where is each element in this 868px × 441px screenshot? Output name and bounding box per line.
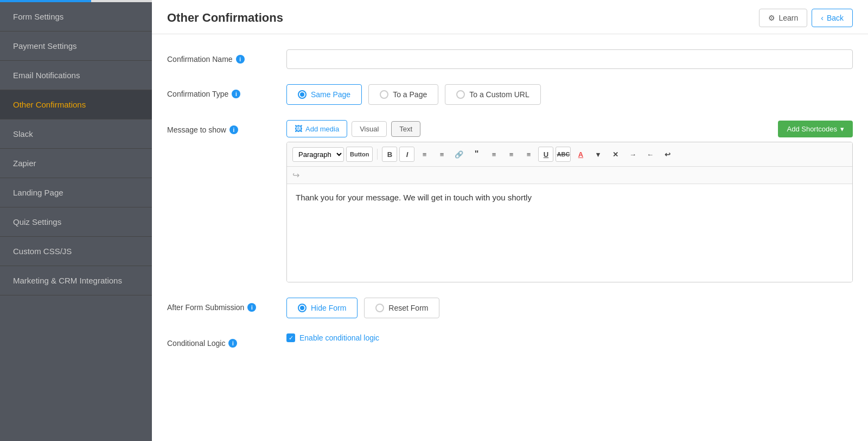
sidebar-item-payment-settings[interactable]: Payment Settings	[0, 32, 152, 61]
toolbar-undo[interactable]: ↩	[660, 147, 675, 162]
confirmation-name-info-icon[interactable]: i	[236, 55, 245, 64]
add-media-button[interactable]: 🖼 Add media	[286, 120, 347, 137]
chevron-left-icon: ‹	[821, 14, 824, 22]
toolbar-strikethrough[interactable]: ABC	[556, 147, 571, 162]
toolbar-button-insert[interactable]: Button	[346, 147, 373, 162]
learn-label: Learn	[778, 14, 798, 22]
toolbar-divider-1	[377, 149, 378, 160]
after-form-submission-label: After Form Submission i	[167, 298, 276, 312]
editor-content-area[interactable]: Thank you for your message. We will get …	[287, 184, 852, 282]
back-button[interactable]: ‹ Back	[812, 9, 853, 27]
radio-circle-to-a-custom-url	[456, 90, 465, 99]
conditional-logic-control: ✓ Enable conditional logic	[286, 333, 853, 342]
checkbox-icon: ✓	[286, 333, 295, 342]
editor-tabs: 🖼 Add media Visual Text Add Shortcodes ▾	[286, 120, 853, 137]
add-shortcodes-button[interactable]: Add Shortcodes ▾	[778, 121, 853, 137]
header-buttons: ⚙ Learn ‹ Back	[759, 9, 853, 27]
page-title: Other Confirmations	[167, 11, 283, 25]
add-media-icon: 🖼	[295, 124, 302, 133]
conditional-logic-row: Conditional Logic i ✓ Enable conditional…	[167, 333, 853, 348]
tab-text-button[interactable]: Text	[391, 121, 420, 137]
toolbar-ul[interactable]: ≡	[417, 147, 432, 162]
main-content: Other Confirmations ⚙ Learn ‹ Back Confi…	[152, 0, 868, 441]
after-submission-info-icon[interactable]: i	[247, 303, 256, 312]
after-submission-radio-group: Hide Form Reset Form	[286, 298, 853, 318]
radio-reset-form[interactable]: Reset Form	[364, 298, 439, 318]
conditional-logic-info-icon[interactable]: i	[228, 339, 237, 348]
sidebar-item-email-notifications[interactable]: Email Notifications	[0, 61, 152, 90]
sidebar-item-quiz-settings[interactable]: Quiz Settings	[0, 207, 152, 237]
radio-circle-same-page	[298, 90, 307, 99]
radio-hide-form[interactable]: Hide Form	[286, 298, 358, 318]
message-info-icon[interactable]: i	[229, 125, 238, 134]
toolbar-underline[interactable]: U	[538, 147, 553, 162]
toolbar-link[interactable]: 🔗	[451, 147, 467, 162]
confirmation-name-row: Confirmation Name i	[167, 49, 853, 69]
confirmation-type-radio-group: Same Page To a Page To a Custom URL	[286, 84, 853, 105]
toolbar-blockquote[interactable]: "	[469, 147, 484, 162]
tab-visual-button[interactable]: Visual	[352, 121, 387, 137]
message-to-show-label: Message to show i	[167, 120, 276, 134]
toolbar-align-left[interactable]: ≡	[486, 147, 501, 162]
radio-to-a-page[interactable]: To a Page	[368, 84, 438, 105]
editor-wrapper: Paragraph Button B I ≡ ≡ 🔗 " ≡ ≡ ≡ U	[286, 142, 853, 282]
after-form-submission-control: Hide Form Reset Form	[286, 298, 853, 318]
editor-toolbar: Paragraph Button B I ≡ ≡ 🔗 " ≡ ≡ ≡ U	[287, 142, 852, 167]
toolbar-text-color-dropdown[interactable]: ▾	[590, 147, 605, 162]
toolbar-indent[interactable]: →	[625, 147, 640, 162]
progress-bar-fill	[0, 0, 91, 2]
toolbar-text-color[interactable]: A	[573, 147, 588, 162]
toolbar-italic[interactable]: I	[399, 147, 414, 162]
message-to-show-control: 🖼 Add media Visual Text Add Shortcodes ▾…	[286, 120, 853, 282]
gear-icon: ⚙	[768, 14, 775, 22]
toolbar-align-right[interactable]: ≡	[521, 147, 536, 162]
learn-button[interactable]: ⚙ Learn	[759, 9, 807, 27]
message-to-show-row: Message to show i 🖼 Add media Visual Tex…	[167, 120, 853, 282]
main-header: Other Confirmations ⚙ Learn ‹ Back	[152, 0, 868, 34]
sidebar-item-custom-css-js[interactable]: Custom CSS/JS	[0, 237, 152, 266]
radio-circle-to-a-page	[380, 90, 388, 99]
confirmation-type-control: Same Page To a Page To a Custom URL	[286, 84, 853, 105]
sidebar-item-form-settings[interactable]: Form Settings	[0, 2, 152, 32]
sidebar-item-zapier[interactable]: Zapier	[0, 149, 152, 178]
radio-circle-reset-form	[375, 304, 384, 312]
sidebar-item-landing-page[interactable]: Landing Page	[0, 178, 152, 207]
sidebar: Form Settings Payment Settings Email Not…	[0, 0, 152, 441]
back-label: Back	[827, 14, 844, 22]
toolbar-align-center[interactable]: ≡	[503, 147, 519, 162]
paragraph-select[interactable]: Paragraph	[292, 147, 344, 162]
after-form-submission-row: After Form Submission i Hide Form Reset …	[167, 298, 853, 318]
sidebar-item-slack[interactable]: Slack	[0, 119, 152, 149]
enable-conditional-logic-checkbox[interactable]: ✓ Enable conditional logic	[286, 333, 853, 342]
toolbar-outdent[interactable]: ←	[642, 147, 658, 162]
toolbar-ol[interactable]: ≡	[434, 147, 449, 162]
confirmation-type-row: Confirmation Type i Same Page To a Page	[167, 84, 853, 105]
radio-to-a-custom-url[interactable]: To a Custom URL	[445, 84, 540, 105]
confirmation-type-info-icon[interactable]: i	[232, 90, 240, 98]
radio-same-page[interactable]: Same Page	[286, 84, 362, 105]
confirmation-name-input[interactable]	[286, 49, 853, 69]
redo-button[interactable]: ↪	[292, 170, 299, 180]
toolbar-bold[interactable]: B	[382, 147, 397, 162]
progress-bar	[0, 0, 152, 2]
toolbar-eraser[interactable]: ✕	[608, 147, 623, 162]
editor-secondary-toolbar: ↪	[287, 167, 852, 184]
confirmation-name-control	[286, 49, 853, 69]
radio-circle-hide-form	[298, 304, 307, 312]
sidebar-item-marketing-crm[interactable]: Marketing & CRM Integrations	[0, 266, 152, 295]
confirmation-type-label: Confirmation Type i	[167, 84, 276, 98]
sidebar-item-other-confirmations[interactable]: Other Confirmations	[0, 90, 152, 119]
confirmation-name-label: Confirmation Name i	[167, 49, 276, 64]
chevron-down-icon: ▾	[840, 125, 844, 133]
main-body: Confirmation Name i Confirmation Type i …	[152, 34, 868, 363]
conditional-logic-label: Conditional Logic i	[167, 333, 276, 348]
